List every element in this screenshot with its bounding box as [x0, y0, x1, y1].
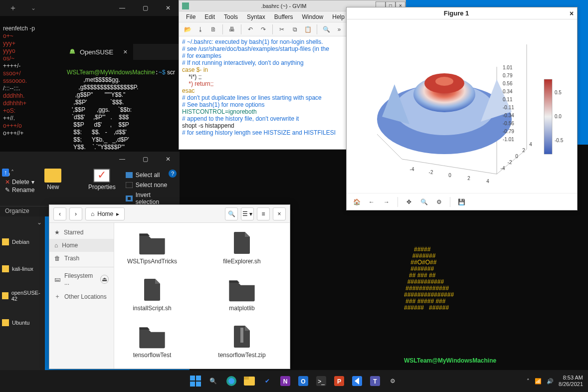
distro-ubuntu[interactable]: Ubuntu — [0, 309, 45, 336]
terminal-icon[interactable]: >_ — [314, 374, 328, 388]
ribbon-collapse-icon[interactable]: ˄ — [11, 169, 14, 176]
sidebar-starred[interactable]: ★ Starred — [49, 226, 114, 239]
svg-text:0.0: 0.0 — [555, 114, 562, 119]
svg-text:-0.56: -0.56 — [503, 121, 514, 126]
file-item[interactable]: tensorflowTest.zip — [212, 325, 272, 359]
sidebar-filesystem[interactable]: 🖴 Filesystem ...⏏ — [49, 267, 114, 289]
minimize-button[interactable]: — — [111, 0, 134, 16]
teams-icon[interactable]: T — [368, 374, 382, 388]
tab-opensuse-label: OpenSUSE — [80, 48, 113, 56]
ribbon-maximize-button[interactable]: ▢ — [134, 152, 157, 167]
home-icon[interactable]: 🏠 — [351, 196, 363, 208]
new-button[interactable]: New — [44, 169, 61, 191]
sidebar-trash[interactable]: 🗑 Trash — [49, 252, 114, 265]
tab-close-icon[interactable]: × — [123, 48, 127, 56]
paste-icon[interactable]: 📋 — [302, 24, 313, 35]
figure-titlebar[interactable]: Figure 1 × — [347, 7, 577, 19]
start-button[interactable] — [189, 374, 202, 388]
view-list-button[interactable]: ☰ ▾ — [241, 207, 254, 220]
nav-back-button[interactable]: ‹ — [53, 207, 66, 220]
svg-text:0: 0 — [448, 173, 451, 178]
todo-icon[interactable]: ✔ — [260, 374, 274, 388]
maximize-button[interactable]: ▢ — [134, 0, 157, 16]
settings-icon[interactable]: ⚙ — [386, 374, 400, 388]
menu-help[interactable]: Help — [328, 12, 349, 22]
svg-text:P: P — [337, 378, 341, 385]
copy-icon[interactable]: ⧉ — [289, 24, 300, 35]
outlook-icon[interactable]: O — [296, 374, 310, 388]
terminal-main-titlebar[interactable]: ＋ ⌄ — ▢ ✕ — [0, 0, 180, 16]
distro-debian[interactable]: Debian — [0, 228, 45, 255]
breadcrumb-home[interactable]: ⌂ Home ▸ — [85, 207, 125, 220]
ribbon-close-button[interactable]: ✕ — [157, 152, 180, 167]
back-icon[interactable]: ← — [366, 196, 378, 208]
redo-icon[interactable]: ↷ — [258, 24, 269, 35]
delete-button[interactable]: ✕Delete ▾ — [5, 179, 34, 186]
menu-tools[interactable]: Tools — [220, 12, 242, 22]
svg-rect-41 — [190, 382, 195, 387]
eject-icon[interactable]: ⏏ — [100, 275, 109, 284]
hamburger-button[interactable]: ≡ — [257, 207, 270, 220]
volume-icon[interactable]: 🔊 — [547, 378, 554, 385]
figure-close-button[interactable]: × — [566, 9, 577, 17]
edge-icon[interactable] — [224, 374, 238, 388]
svg-text:0: 0 — [515, 154, 518, 159]
file-item[interactable]: fileExplorer.sh — [212, 231, 272, 265]
help-icon[interactable]: ? — [169, 170, 177, 178]
select-none-button[interactable]: Select none — [126, 181, 175, 190]
menu-file[interactable]: File — [182, 12, 199, 22]
vscode-icon[interactable] — [350, 374, 364, 388]
file-item[interactable]: tensorflowTest — [122, 325, 182, 359]
distro-kali[interactable]: kali-linux — [0, 255, 45, 282]
wifi-icon[interactable]: 📶 — [535, 378, 542, 385]
nautilus-close-button[interactable]: × — [273, 207, 286, 220]
menu-edit[interactable]: Edit — [200, 12, 219, 22]
save-icon[interactable]: ⭳ — [195, 24, 206, 35]
onenote-icon[interactable]: N — [278, 374, 292, 388]
menu-syntax[interactable]: Syntax — [243, 12, 269, 22]
cut-icon[interactable]: ✂ — [276, 24, 287, 35]
forward-icon[interactable]: → — [381, 196, 392, 208]
saveall-icon[interactable]: 🗎 — [208, 24, 219, 35]
ribbon-minimize-button[interactable]: — — [111, 152, 134, 167]
menu-buffers[interactable]: Buffers — [270, 12, 297, 22]
pan-icon[interactable]: ✥ — [403, 196, 415, 208]
menu-window[interactable]: Window — [298, 12, 328, 22]
configure-icon[interactable]: ⚙ — [433, 196, 445, 208]
svg-text:O: O — [301, 378, 305, 385]
taskbar-clock[interactable]: 8:53 AM 8/26/2021 — [559, 375, 583, 388]
opensuse-cmd: scr — [166, 69, 175, 76]
distro-opensuse[interactable]: openSUSE-42 — [0, 282, 45, 309]
svg-rect-34 — [126, 172, 133, 178]
zoom-icon[interactable]: 🔍 — [418, 196, 430, 208]
tab-opensuse[interactable]: OpenSUSE × — [63, 44, 133, 60]
svg-point-44 — [228, 378, 234, 384]
tray-chevron-icon[interactable]: ˄ — [527, 378, 530, 385]
file-item[interactable]: matplotlib — [212, 278, 272, 312]
close-button[interactable]: ✕ — [157, 0, 180, 16]
file-item[interactable]: WSLTipsAndTricks — [122, 231, 182, 265]
explorer-icon[interactable] — [242, 374, 256, 388]
nav-forward-button[interactable]: › — [69, 207, 82, 220]
svg-rect-42 — [196, 382, 201, 387]
find-icon[interactable]: 🔍 — [321, 24, 332, 35]
figure-canvas: 1.01 0.79 0.56 0.34 0.11 -0.11 -0.34 -0.… — [347, 19, 577, 193]
save-figure-icon[interactable]: 💾 — [455, 196, 467, 208]
sidebar-other-locations[interactable]: ＋ Other Locations — [49, 289, 114, 304]
search-button[interactable]: 🔍 — [225, 207, 238, 220]
file-item[interactable]: installScript.sh — [122, 278, 182, 312]
undo-icon[interactable]: ↶ — [245, 24, 256, 35]
properties-button[interactable]: Properties — [88, 169, 116, 191]
powerpoint-icon[interactable]: P — [332, 374, 346, 388]
nautilus-content[interactable]: WSLTipsAndTricksfileExplorer.shinstallSc… — [114, 223, 290, 369]
chevron-down-icon[interactable]: ⌄ — [37, 219, 42, 226]
findnext-icon[interactable]: » — [334, 24, 345, 35]
print-icon[interactable]: 🖶 — [226, 24, 237, 35]
rename-button[interactable]: ✎Rename — [5, 187, 34, 194]
new-tab-button[interactable]: ＋ — [0, 0, 26, 16]
open-icon[interactable]: 📂 — [182, 24, 193, 35]
sidebar-home[interactable]: ⌂ Home — [49, 239, 114, 252]
select-all-button[interactable]: Select all — [126, 171, 175, 180]
svg-text:-0.34: -0.34 — [503, 113, 514, 118]
search-icon[interactable]: 🔍 — [206, 374, 220, 388]
